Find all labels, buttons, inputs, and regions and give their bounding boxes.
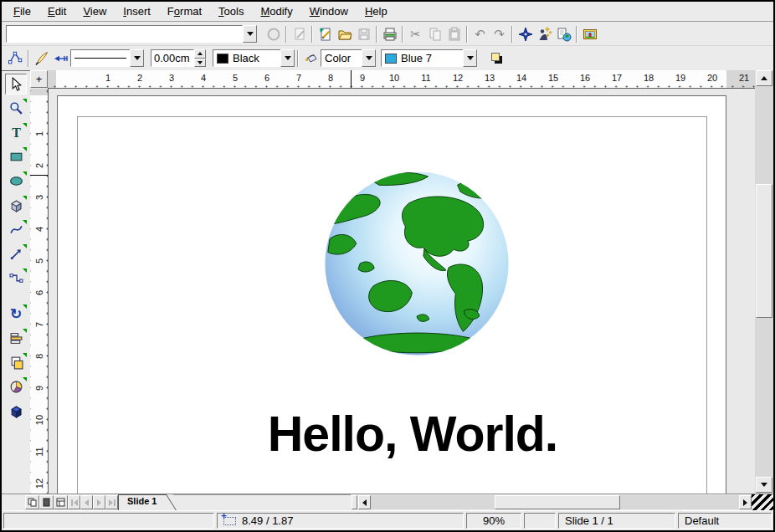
fill-color-dropdown-button[interactable]	[463, 49, 477, 67]
chevron-down-icon	[467, 56, 474, 60]
vertical-scrollbar-thumb[interactable]	[756, 184, 772, 318]
lines-arrows-tool[interactable]	[5, 243, 27, 264]
menu-insert[interactable]: Insert	[115, 3, 159, 20]
scroll-right-button[interactable]	[739, 495, 752, 509]
edit-file-button	[290, 24, 309, 44]
drawing-canvas[interactable]: Hello, World.	[48, 88, 755, 494]
object-toolbar: Black Color Blue 7	[2, 46, 773, 71]
toolbar-separator	[511, 26, 513, 43]
area-style-button[interactable]	[301, 49, 321, 69]
fill-type-combobox[interactable]: Color	[321, 49, 376, 67]
arrange-tool[interactable]	[5, 352, 27, 373]
ruler-origin-button[interactable]: +	[30, 70, 48, 88]
h-ruler-number: 11	[421, 73, 430, 83]
fill-color-combobox[interactable]: Blue 7	[381, 49, 477, 67]
line-width-up-button[interactable]	[194, 49, 206, 59]
tool-flag	[23, 377, 27, 381]
load-url-combobox[interactable]	[6, 25, 257, 43]
pane-splitter-handle[interactable]	[352, 495, 357, 509]
curve-tool[interactable]	[5, 219, 27, 240]
scroll-left-button[interactable]	[358, 495, 371, 509]
v-ruler[interactable]: 123456789101112	[30, 89, 48, 494]
menu-format[interactable]: Format	[159, 3, 210, 20]
autopilot-button[interactable]	[535, 24, 554, 44]
scroll-down-button[interactable]	[756, 477, 772, 493]
arrow-style-button[interactable]	[51, 49, 70, 69]
effects-tool[interactable]	[5, 401, 27, 422]
slide-page[interactable]: Hello, World.	[57, 95, 726, 494]
fill-type-dropdown-button[interactable]	[362, 49, 376, 67]
alignment-tool[interactable]	[5, 328, 27, 349]
open-button[interactable]	[335, 24, 354, 44]
scroll-up-button[interactable]	[756, 70, 772, 86]
spin-down-icon	[198, 61, 203, 64]
menu-edit[interactable]: Edit	[39, 3, 74, 20]
line-button[interactable]	[32, 49, 51, 69]
shadow-button[interactable]	[487, 49, 506, 69]
save-icon	[357, 27, 372, 42]
menu-modify[interactable]: Modify	[252, 3, 300, 20]
first-slide-button	[68, 495, 80, 509]
h-ruler[interactable]: 123456789101112131415161718192021	[48, 70, 755, 88]
window-resize-grip[interactable]	[752, 494, 773, 510]
zoom-tool[interactable]	[5, 98, 27, 119]
style-name: Default	[685, 514, 719, 527]
gallery-button[interactable]	[580, 24, 599, 44]
line-color-field: Black	[213, 49, 280, 67]
menu-view[interactable]: View	[74, 3, 115, 20]
scroll-down-icon	[761, 483, 767, 487]
line-color-dropdown-button[interactable]	[280, 49, 295, 67]
tool-flag	[23, 220, 27, 224]
master-view-button[interactable]	[39, 495, 54, 509]
zoom-value: 90%	[483, 514, 505, 527]
line-style-preview	[70, 49, 130, 67]
menu-window[interactable]: Window	[301, 3, 357, 20]
new-document-button[interactable]	[316, 24, 335, 44]
3d-objects-tool[interactable]	[5, 195, 27, 216]
page-view-button[interactable]	[25, 495, 39, 509]
solid-line-icon	[74, 58, 126, 59]
line-style-dropdown-button[interactable]	[130, 49, 144, 67]
load-url-input[interactable]	[6, 25, 243, 43]
line-color-combobox[interactable]: Black	[213, 49, 295, 67]
previous-slide-button	[80, 495, 93, 509]
layer-view-button[interactable]	[54, 495, 68, 509]
ellipse-tool[interactable]	[5, 171, 27, 192]
hyperlink-button[interactable]	[554, 24, 573, 44]
ellipse-icon	[9, 174, 23, 188]
edit-points-button[interactable]	[6, 49, 25, 69]
menu-tools[interactable]: Tools	[210, 3, 252, 20]
vertical-scrollbar[interactable]	[755, 70, 773, 494]
print-button[interactable]	[380, 24, 399, 44]
load-url-dropdown-button[interactable]	[243, 25, 257, 43]
hyperlink-icon	[557, 27, 572, 42]
status-bar: 8.49 / 1.87 90% Slide 1 / 1 Default	[2, 510, 773, 530]
horizontal-scrollbar[interactable]	[371, 495, 739, 509]
line-width-down-button[interactable]	[194, 59, 206, 68]
status-style-cell[interactable]: Default	[678, 513, 772, 529]
status-zoom-cell[interactable]: 90%	[466, 513, 521, 529]
slide-title-text[interactable]: Hello, World.	[78, 406, 747, 463]
redo-button: ↷	[490, 24, 509, 44]
tool-flag	[23, 353, 27, 357]
select-tool[interactable]	[5, 74, 27, 95]
fill-color-label: Blue 7	[401, 52, 432, 64]
line-width-spinner[interactable]	[151, 49, 206, 67]
menu-help[interactable]: Help	[357, 3, 396, 20]
horizontal-scrollbar-thumb[interactable]	[495, 495, 620, 509]
line-width-input[interactable]	[151, 49, 194, 67]
redo-icon: ↷	[494, 28, 505, 40]
rectangle-tool[interactable]	[5, 146, 27, 167]
status-slide-cell: Slide 1 / 1	[558, 513, 675, 529]
navigator-button[interactable]	[516, 24, 535, 44]
rotate-tool[interactable]: ↻	[5, 304, 27, 325]
tab-slide-1[interactable]: Slide 1	[118, 494, 173, 510]
line-style-combobox[interactable]	[70, 49, 144, 67]
globe-image[interactable]	[322, 169, 511, 358]
text-tool[interactable]: T	[5, 122, 27, 143]
connectors-tool[interactable]	[5, 268, 27, 289]
insert-tool[interactable]	[5, 376, 27, 397]
tool-flag	[23, 147, 27, 151]
tool-flag	[23, 196, 27, 200]
menu-file[interactable]: File	[5, 3, 39, 20]
